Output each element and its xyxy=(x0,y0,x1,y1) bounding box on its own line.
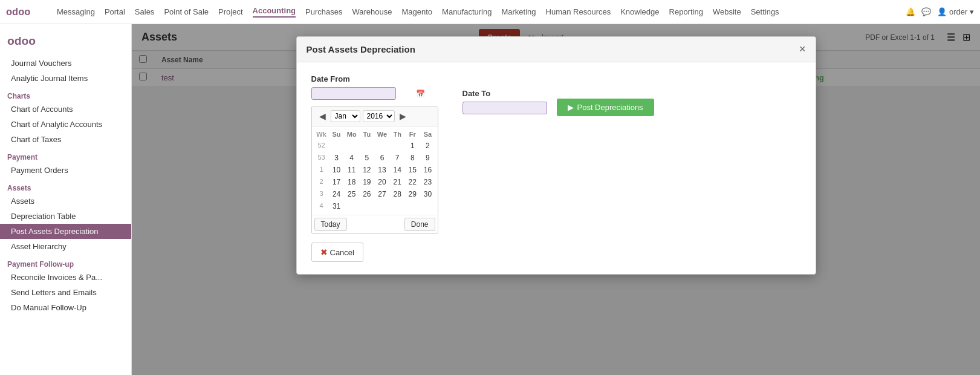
bell-icon[interactable]: 🔔 xyxy=(906,7,915,16)
sidebar-item-analytic-journal-items[interactable]: Analytic Journal Items xyxy=(0,71,131,86)
cal-weeknum: 3 xyxy=(314,188,329,200)
cal-day[interactable]: 28 xyxy=(390,188,404,200)
cal-day[interactable]: 22 xyxy=(405,176,420,188)
cal-day[interactable]: 6 xyxy=(375,152,389,164)
sidebar-item-chart-analytic-accounts[interactable]: Chart of Analytic Accounts xyxy=(0,117,131,132)
nav-accounting[interactable]: Accounting xyxy=(253,6,296,18)
cal-day[interactable]: 23 xyxy=(420,176,435,188)
cal-week-4: 4 31 xyxy=(314,200,435,212)
calendar-nav: ◀ JanFebMar AprMayJun JulAugSep OctNovDe… xyxy=(312,106,438,126)
cal-day[interactable]: 19 xyxy=(360,176,374,188)
cal-prev-button[interactable]: ◀ xyxy=(317,111,328,121)
nav-settings[interactable]: Settings xyxy=(751,7,779,16)
nav-magento[interactable]: Magento xyxy=(401,7,432,16)
sidebar-item-assets[interactable]: Assets xyxy=(0,194,131,209)
cal-header-th: Th xyxy=(390,129,404,140)
calendar-from-icon[interactable]: 📅 xyxy=(416,90,425,98)
nav-reporting[interactable]: Reporting xyxy=(669,7,703,16)
dialog-title: Post Assets Depreciation xyxy=(307,44,799,54)
nav-purchases[interactable]: Purchases xyxy=(305,7,342,16)
date-to-input[interactable] xyxy=(466,103,567,112)
calendar-grid: Wk Su Mo Tu We Th Fr Sa xyxy=(312,126,438,215)
cal-header-we: We xyxy=(375,129,389,140)
cal-day[interactable]: 29 xyxy=(405,188,420,200)
nav-hr[interactable]: Human Resources xyxy=(546,7,611,16)
sidebar-item-payment-orders[interactable]: Payment Orders xyxy=(0,163,131,178)
sidebar-logo: odoo xyxy=(0,24,131,56)
date-from-input-wrapper[interactable]: 📅 xyxy=(311,87,396,100)
nav-sales[interactable]: Sales xyxy=(135,7,155,16)
sidebar-item-manual-followup[interactable]: Do Manual Follow-Up xyxy=(0,300,131,315)
cal-day[interactable]: 3 xyxy=(329,152,344,164)
cal-header-wk: Wk xyxy=(314,129,329,140)
cal-day[interactable]: 8 xyxy=(405,152,420,164)
cal-day[interactable]: 30 xyxy=(420,188,435,200)
cal-day[interactable]: 12 xyxy=(360,164,374,176)
sidebar-section-payment-followup: Payment Follow-up xyxy=(0,256,131,270)
nav-marketing[interactable]: Marketing xyxy=(501,7,536,16)
user-menu[interactable]: 👤 order ▾ xyxy=(937,7,974,16)
sidebar-item-post-assets-depreciation[interactable]: Post Assets Depreciation xyxy=(0,224,131,239)
dialog-close-button[interactable]: × xyxy=(799,43,806,56)
sidebar-item-asset-hierarchy[interactable]: Asset Hierarchy xyxy=(0,239,131,254)
cal-day[interactable]: 1 xyxy=(405,140,420,152)
cal-header-su: Su xyxy=(329,129,344,140)
cal-day[interactable]: 9 xyxy=(420,152,435,164)
post-depreciations-button[interactable]: ▶ Post Depreciations xyxy=(557,99,654,116)
cal-day[interactable]: 2 xyxy=(420,140,435,152)
cal-week-1: 1 10 11 12 13 14 15 16 xyxy=(314,164,435,176)
done-button[interactable]: Done xyxy=(404,218,435,231)
cal-weeknum: 53 xyxy=(314,152,329,164)
cal-week-2: 2 17 18 19 20 21 22 23 xyxy=(314,176,435,188)
cal-day[interactable]: 20 xyxy=(375,176,389,188)
cal-day[interactable]: 11 xyxy=(345,164,359,176)
sidebar-item-reconcile[interactable]: Reconcile Invoices & Pa... xyxy=(0,270,131,285)
cancel-button[interactable]: ✖ Cancel xyxy=(311,243,363,262)
cal-day[interactable]: 25 xyxy=(345,188,359,200)
cal-next-button[interactable]: ▶ xyxy=(397,111,409,121)
cal-day[interactable]: 18 xyxy=(345,176,359,188)
nav-pos[interactable]: Point of Sale xyxy=(164,7,209,16)
nav-manufacturing[interactable]: Manufacturing xyxy=(442,7,492,16)
cal-day[interactable]: 14 xyxy=(390,164,404,176)
cal-day[interactable]: 13 xyxy=(375,164,389,176)
nav-website[interactable]: Website xyxy=(713,7,741,16)
cal-day[interactable]: 10 xyxy=(329,164,344,176)
chat-icon[interactable]: 💬 xyxy=(921,7,931,16)
cal-day[interactable]: 26 xyxy=(360,188,374,200)
svg-text:odoo: odoo xyxy=(6,6,30,17)
cal-day[interactable]: 15 xyxy=(405,164,420,176)
sidebar-item-send-letters[interactable]: Send Letters and Emails xyxy=(0,285,131,300)
cal-day[interactable]: 16 xyxy=(420,164,435,176)
cal-day[interactable]: 21 xyxy=(390,176,404,188)
cal-month-select[interactable]: JanFebMar AprMayJun JulAugSep OctNovDec xyxy=(331,110,360,122)
sidebar-item-journal-vouchers[interactable]: Journal Vouchers xyxy=(0,56,131,71)
cal-week-52: 52 1 2 xyxy=(314,140,435,152)
dialog-header: Post Assets Depreciation × xyxy=(297,37,816,62)
nav-warehouse[interactable]: Warehouse xyxy=(352,7,392,16)
date-from-input[interactable] xyxy=(314,89,416,98)
cal-day[interactable]: 4 xyxy=(345,152,359,164)
cal-day[interactable]: 5 xyxy=(360,152,374,164)
sidebar-item-chart-of-accounts[interactable]: Chart of Accounts xyxy=(0,102,131,117)
cal-weeknum: 2 xyxy=(314,176,329,188)
sidebar-item-chart-of-taxes[interactable]: Chart of Taxes xyxy=(0,132,131,147)
cal-day[interactable]: 31 xyxy=(329,200,344,212)
nav-project[interactable]: Project xyxy=(218,7,242,16)
cal-day[interactable]: 7 xyxy=(390,152,404,164)
cal-day[interactable]: 17 xyxy=(329,176,344,188)
cal-header-tu: Tu xyxy=(360,129,374,140)
post-assets-dialog: Post Assets Depreciation × Date From 📅 xyxy=(296,36,816,275)
today-button[interactable]: Today xyxy=(314,218,347,231)
modal-overlay: Post Assets Depreciation × Date From 📅 xyxy=(132,24,980,375)
nav-messaging[interactable]: Messaging xyxy=(57,7,95,16)
nav-knowledge[interactable]: Knowledge xyxy=(620,7,659,16)
date-to-label: Date To xyxy=(462,89,547,98)
cal-day[interactable]: 24 xyxy=(329,188,344,200)
date-to-input-wrapper[interactable]: 📅 xyxy=(462,102,547,114)
cancel-section: ✖ Cancel xyxy=(311,243,438,262)
cal-day[interactable]: 27 xyxy=(375,188,389,200)
sidebar-item-depreciation-table[interactable]: Depreciation Table xyxy=(0,209,131,224)
nav-portal[interactable]: Portal xyxy=(105,7,125,16)
cal-year-select[interactable]: 20142015201620172018 xyxy=(363,110,395,122)
